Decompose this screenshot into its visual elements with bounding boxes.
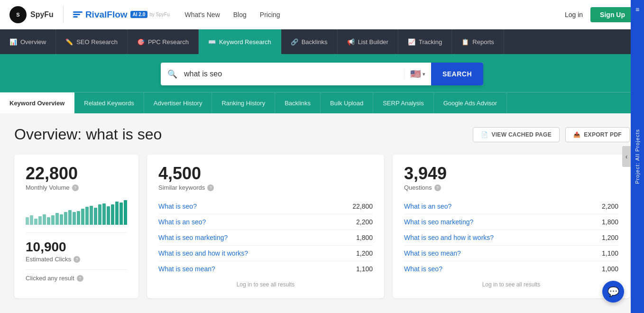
similar-label: Similar keywords ? [158,184,373,191]
page-title-row: Overview: what is seo 📄 VIEW CACHED PAGE… [14,126,630,143]
similar-info-icon: ? [207,184,214,191]
secnav-item-ppc[interactable]: 🎯 PPC Research [128,29,199,54]
spyfu-logo-text: SpyFu [30,10,54,19]
mini-bar [107,206,110,225]
secnav-item-seo[interactable]: ✏️ SEO Research [56,29,128,54]
secnav-item-backlinks[interactable]: 🔗 Backlinks [281,29,338,54]
mini-bar [81,209,84,225]
mini-bar [77,211,80,225]
similar-kw-3[interactable]: What is seo and how it works? [158,249,248,257]
page-actions: 📄 VIEW CACHED PAGE 📤 EXPORT PDF [473,127,630,142]
card-divider [26,232,127,233]
svg-text:S: S [16,12,19,18]
questions-kw-0[interactable]: What is an seo? [404,203,451,210]
questions-row-0: What is an seo? 2,200 [404,199,618,214]
flag-selector[interactable]: 🇺🇸 ▾ [404,69,431,79]
similar-row-0: What is seo? 22,800 [158,199,373,214]
questions-count-1: 1,800 [602,218,618,226]
signup-button[interactable]: Sign Up [590,7,635,22]
secnav-item-tracking[interactable]: 📈 Tracking [398,29,452,54]
ppc-icon: 🎯 [137,38,145,46]
mini-bar [43,214,46,225]
nav-link-pricing[interactable]: Pricing [260,11,280,18]
login-link[interactable]: Log in [565,11,583,18]
subtab-ranking-history[interactable]: Ranking History [212,92,275,113]
similar-count-3: 1,200 [356,249,373,257]
questions-kw-4[interactable]: What is seo? [404,265,442,273]
questions-row-1: What is seo marketing? 1,800 [404,214,618,230]
collapse-panel-button[interactable]: ‹ [622,146,631,167]
subtab-bulk-upload[interactable]: Bulk Upload [321,92,373,113]
questions-row-2: What is seo and how it works? 1,200 [404,230,618,246]
questions-kw-3[interactable]: What is seo mean? [404,249,461,257]
flag-chevron-icon: ▾ [423,71,425,77]
listbuilder-icon: 📢 [347,38,355,46]
subtab-related-keywords[interactable]: Related Keywords [74,92,144,113]
similar-count-1: 2,200 [356,218,373,226]
secnav-item-overview[interactable]: 📊 Overview [0,29,56,54]
cached-label: VIEW CACHED PAGE [491,131,552,138]
secnav-item-listbuilder[interactable]: 📢 List Builder [338,29,398,54]
top-nav-actions: Log in Sign Up [565,7,635,22]
mini-bar [90,206,93,225]
search-icon-wrap: 🔍 [161,69,184,79]
chevron-left-icon: ‹ [626,153,628,160]
mini-bar [124,200,127,225]
questions-count-3: 1,100 [602,249,618,257]
top-nav: S SpyFu RivalFlow AI 2.0 by SpyFu What's… [0,0,644,29]
subtab-google-ads[interactable]: Google Ads Advisor [434,92,507,113]
questions-row-4: What is seo? 1,000 [404,261,618,276]
export-pdf-button[interactable]: 📤 EXPORT PDF [565,127,630,142]
questions-count-4: 1,000 [602,265,618,273]
secnav-label-backlinks: Backlinks [302,38,328,46]
subtab-keyword-overview[interactable]: Keyword Overview [0,92,74,113]
questions-kw-1[interactable]: What is seo marketing? [404,218,473,226]
similar-kw-list: What is seo? 22,800 What is an seo? 2,20… [158,199,373,276]
secnav-label-keyword: Keyword Research [219,38,271,46]
rivalflow-logo[interactable]: RivalFlow AI 2.0 by SpyFu [73,9,170,20]
mini-bar [38,216,42,225]
view-cached-button[interactable]: 📄 VIEW CACHED PAGE [473,127,560,142]
secnav-item-reports[interactable]: 📋 Reports [452,29,504,54]
questions-row-3: What is seo mean? 1,100 [404,246,618,261]
right-panel-toggle[interactable]: ≡ Project: All Projects [631,0,644,311]
spyfu-icon: S [12,9,24,21]
clicks-info-icon: ? [74,256,80,263]
questions-count-2: 1,200 [602,234,618,241]
secnav-label-listbuilder: List Builder [358,38,388,46]
rivalflow-bars-icon [73,11,83,18]
top-nav-links: What's New Blog Pricing [185,11,280,18]
mini-bar-chart [26,199,127,225]
subtab-advertiser-history[interactable]: Advertiser History [144,92,212,113]
mini-bar [111,204,114,225]
rivalflow-name: RivalFlow [85,9,128,20]
nav-link-blog[interactable]: Blog [233,11,247,18]
card-divider-2 [26,269,127,270]
search-input[interactable] [184,70,404,78]
similar-count-0: 22,800 [352,203,373,210]
chat-icon: 💬 [607,286,619,297]
overview-icon: 📊 [9,38,17,46]
similar-kw-1[interactable]: What is an seo? [158,218,206,226]
similar-kw-2[interactable]: What is seo marketing? [158,234,228,241]
subtab-backlinks[interactable]: Backlinks [275,92,321,113]
subtab-serp-analysis[interactable]: SERP Analysis [373,92,433,113]
secnav-item-keyword[interactable]: ⌨️ Keyword Research [199,29,281,54]
similar-kw-4[interactable]: What is seo mean? [158,265,215,273]
similar-count-4: 1,100 [356,265,373,273]
similar-login-hint: Log in to see all results [158,281,373,288]
similar-num: 4,500 [158,165,373,182]
nav-link-whats-new[interactable]: What's New [185,11,220,18]
reports-icon: 📋 [461,38,469,46]
questions-count-0: 2,200 [602,203,618,210]
spyfu-logo[interactable]: S SpyFu [9,6,54,23]
similar-kw-0[interactable]: What is seo? [158,203,197,210]
similar-count-2: 1,800 [356,234,373,241]
chat-button[interactable]: 💬 [602,281,624,303]
search-button[interactable]: SEARCH [431,63,483,85]
questions-kw-list: What is an seo? 2,200 What is seo market… [404,199,618,276]
export-label: EXPORT PDF [584,131,622,138]
rivalflow-byspyfu: by SpyFu [149,12,169,17]
mini-bar [26,217,29,225]
questions-kw-2[interactable]: What is seo and how it works? [404,234,494,241]
